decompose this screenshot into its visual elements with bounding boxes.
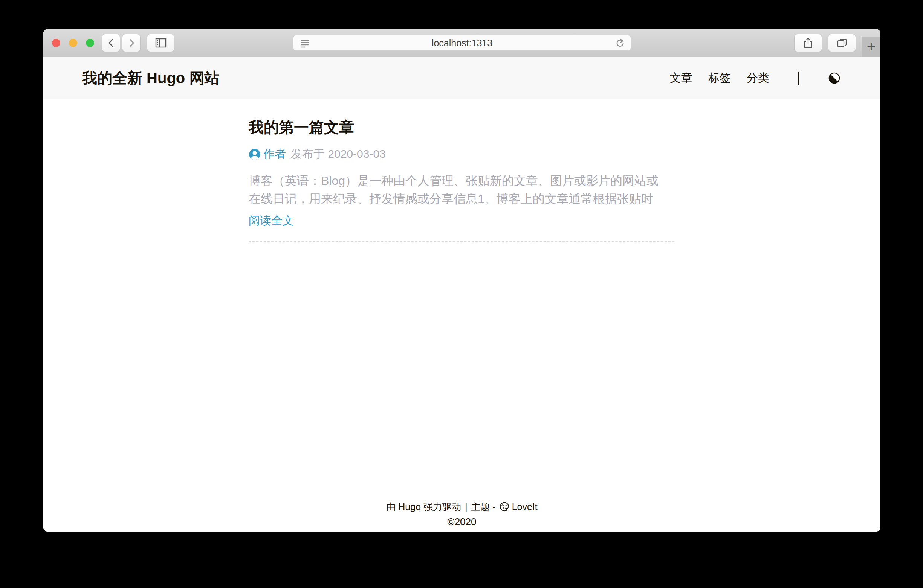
- url-text[interactable]: localhost:1313: [432, 38, 493, 49]
- share-button[interactable]: [794, 34, 822, 52]
- chevron-right-icon: [126, 38, 136, 48]
- post-meta: 作者 发布于 2020-03-03: [249, 146, 674, 162]
- share-icon: [803, 37, 813, 49]
- tab-overview-button[interactable]: [828, 34, 856, 52]
- site-header: 我的全新 Hugo 网站 文章 标签 分类: [43, 57, 880, 99]
- read-more-link[interactable]: 阅读全文: [249, 213, 294, 229]
- summary-line: 在线日记，用来纪录、抒发情感或分享信息1。博客上的文章通常根据张贴时: [249, 190, 674, 208]
- footer-powered-line: 由 Hugo 强力驱动|主题 - LoveIt: [43, 499, 880, 514]
- address-bar[interactable]: localhost:1313: [293, 35, 631, 51]
- sidebar-icon: [155, 38, 167, 48]
- powered-by-text: 由 Hugo 强力驱动: [386, 501, 461, 512]
- close-window-button[interactable]: [52, 39, 60, 47]
- page-content: 我的第一篇文章 作者 发布于 2020-03-03: [43, 99, 880, 532]
- summary-line: 博客（英语：Blog）是一种由个人管理、张贴新的文章、图片或影片的网站或: [249, 172, 674, 190]
- forward-button[interactable]: [122, 34, 141, 52]
- theme-link[interactable]: LoveIt: [512, 501, 538, 512]
- reader-view-icon[interactable]: [299, 38, 310, 48]
- kiss-wink-heart-icon: [499, 501, 510, 512]
- copyright: ©2020: [43, 514, 880, 529]
- site-footer: 由 Hugo 强力驱动|主题 - LoveIt ©2020: [43, 499, 880, 529]
- post-summary: 博客（英语：Blog）是一种由个人管理、张贴新的文章、图片或影片的网站或 在线日…: [249, 172, 674, 208]
- refresh-icon[interactable]: [615, 38, 626, 49]
- theme-toggle-icon[interactable]: [828, 72, 841, 84]
- chevron-left-icon: [106, 38, 116, 48]
- nav-item-categories[interactable]: 分类: [747, 70, 769, 86]
- new-tab-button[interactable]: +: [862, 36, 880, 57]
- author-link[interactable]: 作者: [263, 146, 286, 162]
- nav-separator: [798, 72, 800, 85]
- footer-separator: |: [465, 501, 468, 512]
- post-title[interactable]: 我的第一篇文章: [249, 120, 674, 135]
- plus-icon: +: [867, 38, 875, 55]
- zoom-window-button[interactable]: [86, 39, 94, 47]
- nav-item-tags[interactable]: 标签: [708, 70, 731, 86]
- post-summary-card: 我的第一篇文章 作者 发布于 2020-03-03: [249, 120, 674, 242]
- back-button[interactable]: [102, 34, 120, 52]
- author-avatar-icon: [249, 148, 261, 161]
- main-nav: 文章 标签 分类: [670, 70, 841, 86]
- window-controls: [52, 39, 94, 47]
- sidebar-toggle-button[interactable]: [147, 34, 174, 52]
- site-title[interactable]: 我的全新 Hugo 网站: [82, 68, 219, 88]
- minimize-window-button[interactable]: [69, 39, 77, 47]
- tab-overview-icon: [836, 38, 847, 48]
- browser-window: localhost:1313: [43, 29, 880, 532]
- nav-item-posts[interactable]: 文章: [670, 70, 692, 86]
- publish-date: 发布于 2020-03-03: [291, 146, 386, 162]
- theme-label: 主题 -: [471, 501, 498, 512]
- browser-toolbar: localhost:1313: [43, 29, 880, 57]
- post-divider: [249, 241, 674, 242]
